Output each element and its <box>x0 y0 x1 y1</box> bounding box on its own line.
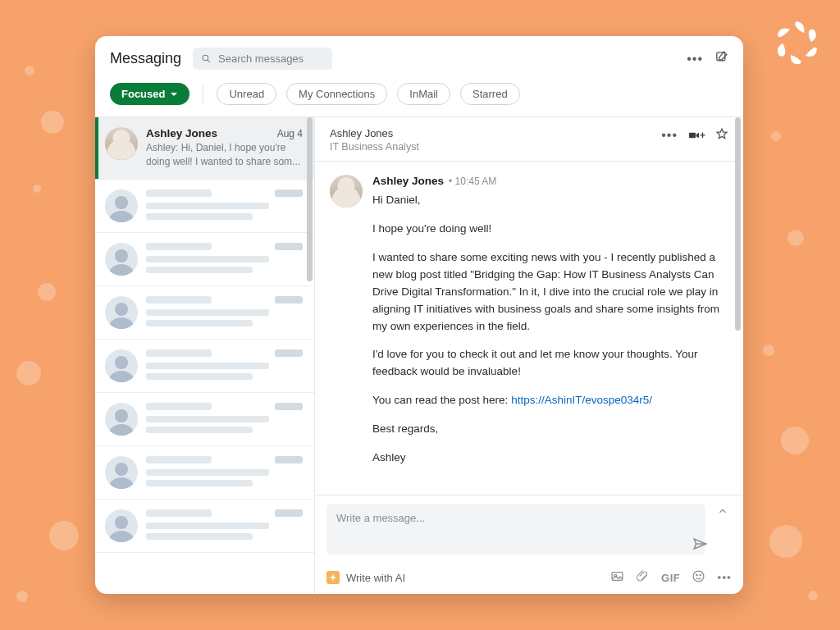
conversation-item[interactable] <box>95 446 314 500</box>
brand-logo <box>768 15 825 72</box>
composer-placeholder: Write a message... <box>336 512 425 524</box>
avatar-placeholder <box>105 243 138 276</box>
filter-starred[interactable]: Starred <box>460 83 520 105</box>
compose-button[interactable] <box>714 50 728 67</box>
avatar-placeholder <box>105 403 138 436</box>
svg-point-14 <box>109 477 134 489</box>
avatar-placeholder <box>105 456 138 489</box>
detail-more-icon[interactable]: ••• <box>661 128 678 143</box>
avatar-placeholder <box>105 189 138 222</box>
message-time: • 10:45 AM <box>449 176 496 187</box>
more-icon[interactable]: ••• <box>687 52 703 66</box>
filter-focused-label: Focused <box>121 88 165 100</box>
gif-button[interactable]: GIF <box>661 572 680 584</box>
video-call-button[interactable]: + <box>687 129 705 142</box>
conversation-item[interactable] <box>95 500 314 553</box>
filter-bar: Focused Unread My Connections InMail Sta… <box>95 78 743 117</box>
search-icon <box>201 53 212 64</box>
conversation-list: Ashley Jones Aug 4 Ashley: Hi, Daniel, I… <box>95 117 315 594</box>
filter-focused[interactable]: Focused <box>110 83 189 105</box>
image-attach-button[interactable] <box>610 569 624 586</box>
svg-point-13 <box>115 463 128 476</box>
conversation-item[interactable] <box>95 393 314 446</box>
avatar <box>330 175 363 208</box>
attachment-button[interactable] <box>636 569 650 586</box>
detail-contact-name: Ashley Jones <box>330 127 419 139</box>
send-button[interactable] <box>692 536 707 555</box>
message-sender: Ashley Jones <box>372 175 444 187</box>
svg-point-6 <box>109 264 134 276</box>
avatar <box>105 127 138 160</box>
messaging-window: Messaging Search messages ••• Focused Un… <box>95 36 743 594</box>
filter-my-connections[interactable]: My Connections <box>286 83 387 105</box>
chevron-down-icon <box>170 90 178 98</box>
search-placeholder: Search messages <box>218 52 304 65</box>
filter-inmail[interactable]: InMail <box>397 83 450 105</box>
page-title: Messaging <box>110 50 181 67</box>
filter-unread[interactable]: Unread <box>217 83 276 105</box>
search-input[interactable]: Search messages <box>193 48 332 70</box>
conversation-name: Ashley Jones <box>146 127 217 139</box>
messaging-header: Messaging Search messages ••• <box>95 36 743 78</box>
conversation-item-selected[interactable]: Ashley Jones Aug 4 Ashley: Hi, Daniel, I… <box>95 117 314 180</box>
message-composer: Write a message... <box>315 495 743 594</box>
conversation-item[interactable] <box>95 233 314 286</box>
conversation-preview: Ashley: Hi, Daniel, I hope you're doing … <box>146 141 303 169</box>
avatar-placeholder <box>105 296 138 329</box>
ai-badge-icon <box>326 571 340 584</box>
svg-point-7 <box>115 303 128 316</box>
detail-header: Ashley Jones IT Business Analyst ••• + <box>315 117 743 162</box>
conversation-date: Aug 4 <box>277 128 303 139</box>
write-with-ai-button[interactable]: Write with AI <box>326 571 405 584</box>
conversation-item[interactable] <box>95 340 314 393</box>
write-with-ai-label: Write with AI <box>346 572 405 584</box>
star-icon[interactable] <box>715 127 728 144</box>
avatar-placeholder <box>105 509 138 542</box>
svg-point-9 <box>115 356 128 369</box>
avatar-placeholder <box>105 349 138 382</box>
svg-point-22 <box>696 574 697 575</box>
svg-point-15 <box>115 516 128 529</box>
svg-point-11 <box>115 409 128 422</box>
svg-point-4 <box>109 211 134 222</box>
message-item: Ashley Jones • 10:45 AM Hi Daniel, I hop… <box>330 175 725 478</box>
svg-line-1 <box>208 60 210 62</box>
svg-point-21 <box>693 571 704 582</box>
svg-rect-17 <box>689 133 696 139</box>
filter-divider <box>203 84 203 104</box>
svg-rect-2 <box>717 52 725 61</box>
svg-point-5 <box>115 249 128 262</box>
svg-point-23 <box>700 574 701 575</box>
svg-point-16 <box>109 531 134 542</box>
detail-contact-subtitle: IT Business Analyst <box>330 141 419 153</box>
svg-point-10 <box>109 371 134 382</box>
svg-point-0 <box>203 55 208 61</box>
conversation-item[interactable] <box>95 180 314 233</box>
list-scrollbar[interactable] <box>307 117 313 594</box>
svg-point-3 <box>115 196 128 209</box>
composer-more-icon[interactable]: ••• <box>717 571 732 584</box>
emoji-button[interactable] <box>692 569 705 586</box>
composer-collapse-button[interactable] <box>714 504 732 522</box>
svg-rect-19 <box>612 573 623 581</box>
message-detail: Ashley Jones IT Business Analyst ••• + <box>315 117 743 594</box>
message-body: Hi Daniel, I hope you're doing well! I w… <box>372 192 725 467</box>
message-link[interactable]: https://AshinIT/evospe034r5/ <box>511 394 652 406</box>
svg-point-12 <box>109 424 134 436</box>
svg-point-8 <box>109 317 134 329</box>
conversation-item[interactable] <box>95 286 314 340</box>
detail-scrollbar[interactable] <box>735 117 741 594</box>
